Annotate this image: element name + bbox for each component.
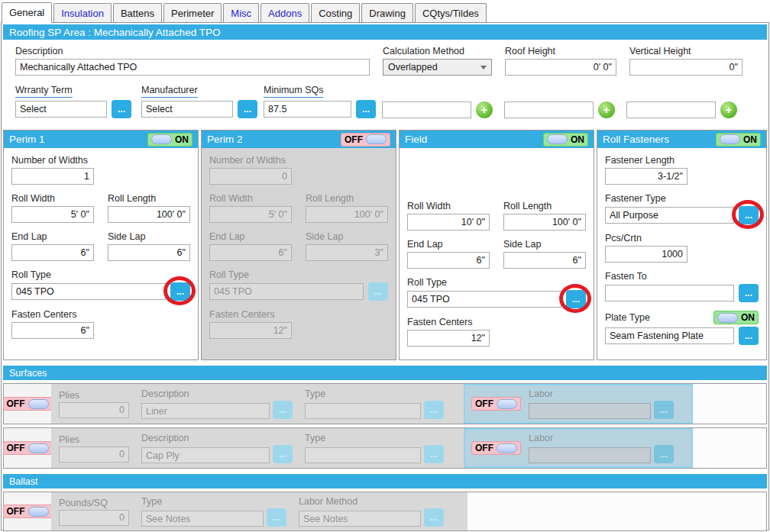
perim1-title: Perim 1 [9, 134, 45, 145]
plate-type-lookup-button[interactable]: ... [739, 327, 759, 345]
ballast-section-header: Ballast [3, 474, 767, 488]
fastener-type-lookup-button[interactable]: ... [739, 206, 759, 224]
ellipsis-icon: ... [244, 104, 251, 114]
roll-type-input[interactable] [407, 291, 561, 308]
ballast-toggle[interactable]: OFF [3, 505, 53, 518]
roll-width-input[interactable] [11, 206, 94, 223]
labor-lookup-button: ... [654, 401, 674, 419]
roll-type-lookup-button[interactable]: ... [170, 282, 190, 301]
description-input [141, 403, 270, 419]
labor-group: Labor ... [529, 389, 674, 419]
field-toggle[interactable]: ON [543, 133, 588, 147]
add-button-2[interactable]: + [598, 102, 615, 118]
surface2-toggle[interactable]: OFF [3, 441, 53, 455]
description-label: Description [141, 433, 293, 443]
fastener-length-input[interactable] [605, 168, 688, 185]
pounds-sq-label: Pounds/SQ [59, 498, 129, 508]
tab-drawing[interactable]: Drawing [361, 3, 413, 22]
tab-misc[interactable]: Misc [223, 3, 259, 22]
toggle-state-label: ON [571, 134, 584, 145]
manufacturer-lookup-button[interactable]: ... [238, 100, 257, 118]
roll-width-input [209, 206, 292, 223]
plate-type-input[interactable] [605, 327, 734, 344]
labor-method-lookup-button: ... [424, 508, 444, 527]
fastener-type-input[interactable] [605, 207, 734, 224]
roll-type-lookup-button[interactable]: ... [566, 290, 586, 308]
roll-width-group: Roll Width [209, 193, 292, 223]
warranty-term-lookup-button[interactable]: ... [112, 100, 131, 118]
roll-width-label: Roll Width [11, 193, 94, 204]
warranty-term-group: Wrranty Term ... [15, 85, 131, 118]
addon-field-group-1: + [382, 102, 493, 118]
side-lap-input[interactable] [503, 252, 586, 269]
plies-label: Plies [59, 390, 129, 401]
minimum-sqs-lookup-button[interactable]: ... [356, 100, 376, 118]
plies-group: Plies [59, 434, 129, 463]
perim2-toggle[interactable]: OFF [341, 133, 390, 147]
pcs-crtn-input[interactable] [605, 246, 688, 263]
addon-input-3[interactable] [626, 102, 716, 118]
surface2-labor-toggle[interactable]: OFF [471, 441, 521, 455]
tab-insulation[interactable]: Insulation [53, 3, 112, 22]
ellipsis-icon: ... [745, 288, 752, 298]
field-header: Field ON [400, 131, 594, 148]
plate-type-toggle[interactable]: ON [713, 311, 759, 324]
roll-length-input[interactable] [108, 206, 190, 223]
description-input[interactable] [15, 59, 370, 76]
ellipsis-icon: ... [118, 104, 125, 114]
warranty-term-label: Wrranty Term [15, 85, 73, 98]
pounds-sq-group: Pounds/SQ [59, 498, 129, 526]
addon-input-2[interactable] [504, 102, 594, 118]
add-button-1[interactable]: + [476, 102, 493, 118]
tab-general[interactable]: General [2, 2, 52, 23]
minimum-sqs-group: Minimum SQs ... [264, 85, 376, 118]
calculation-method-select[interactable]: Overlapped [383, 59, 492, 76]
side-lap-input[interactable] [108, 244, 190, 261]
roof-height-input[interactable] [505, 59, 616, 76]
addon-input-1[interactable] [382, 102, 471, 118]
fasten-to-lookup-button[interactable]: ... [739, 284, 759, 302]
end-lap-label: End Lap [407, 239, 490, 250]
fasten-centers-input[interactable] [407, 330, 490, 347]
labor-label: Labor [529, 389, 674, 399]
roof-height-group: Roof Height [505, 46, 616, 76]
general-form: Description Calculation Method Overlappe… [3, 40, 767, 123]
surface1-labor-toggle[interactable]: OFF [471, 397, 521, 411]
labor-method-group: Labor Method ... [299, 496, 444, 527]
toggle-knob [720, 134, 740, 144]
tab-addons[interactable]: Addons [260, 3, 309, 22]
type-lookup-button: ... [424, 401, 444, 419]
minimum-sqs-input[interactable] [264, 101, 351, 118]
roll-type-input[interactable] [11, 283, 166, 300]
perim1-toggle[interactable]: ON [147, 133, 192, 147]
vertical-height-input[interactable] [629, 59, 742, 76]
addon-field-group-3: + [626, 102, 737, 118]
perim2-header: Perim 2 OFF [202, 131, 396, 148]
type-group: Type ... [305, 389, 444, 419]
number-of-widths-input[interactable] [11, 168, 94, 185]
fasten-centers-input[interactable] [11, 322, 94, 339]
roll-length-input[interactable] [503, 214, 586, 231]
toggle-knob [28, 399, 49, 409]
fasten-to-input[interactable] [605, 285, 734, 301]
ballast-type-input [141, 511, 264, 527]
roll-width-input[interactable] [407, 214, 490, 231]
tab-costing[interactable]: Costing [311, 3, 360, 22]
warranty-term-input[interactable] [15, 101, 107, 118]
type-label: Type [305, 433, 444, 443]
roll-fasteners-toggle[interactable]: ON [716, 133, 761, 147]
ellipsis-icon: ... [430, 512, 438, 523]
fastener-length-group: Fastener Length [605, 155, 688, 185]
end-lap-input[interactable] [11, 244, 94, 261]
add-button-3[interactable]: + [720, 102, 737, 118]
ballast-fields: Pounds/SQ Type ... Labor Method ... [51, 492, 467, 530]
tab-battens[interactable]: Battens [113, 3, 162, 22]
tab-perimeter[interactable]: Perimeter [163, 3, 222, 22]
labor-lookup-button: ... [654, 445, 674, 463]
labor-method-input [299, 511, 421, 527]
surface1-toggle[interactable]: OFF [3, 397, 53, 411]
field-panel: Field ON Roll Width Roll Length [399, 130, 594, 360]
end-lap-input[interactable] [407, 252, 490, 269]
manufacturer-input[interactable] [141, 101, 233, 118]
tab-cqtys-tildes[interactable]: CQtys/Tildes [415, 3, 487, 22]
